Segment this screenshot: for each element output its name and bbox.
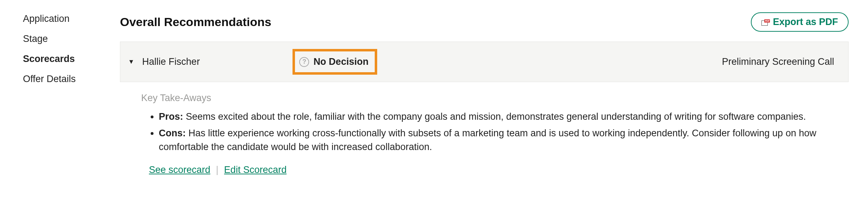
list-item: Pros: Seems excited about the role, fami… [159,110,834,124]
export-pdf-button[interactable]: Export as PDF [751,12,849,32]
pros-label: Pros: [159,111,183,122]
header-row: Overall Recommendations Export as PDF [120,12,849,32]
pros-text: Seems excited about the role, familiar w… [186,111,806,122]
edit-scorecard-link[interactable]: Edit Scorecard [224,164,287,175]
key-takeaways-list: Pros: Seems excited about the role, fami… [141,110,834,154]
sidebar-item-stage[interactable]: Stage [23,29,120,49]
sidebar-item-application[interactable]: Application [23,9,120,29]
scorecard-header: ▼ Hallie Fischer ? No Decision Prelimina… [120,42,849,82]
key-takeaways-label: Key Take-Aways [141,93,834,104]
decision-highlight: ? No Decision [293,49,377,75]
sidebar-item-scorecards[interactable]: Scorecards [23,49,120,69]
interview-stage-name: Preliminary Screening Call [722,56,834,67]
sidebar: Application Stage Scorecards Offer Detai… [0,0,120,224]
see-scorecard-link[interactable]: See scorecard [149,164,210,175]
export-pdf-label: Export as PDF [773,17,838,27]
decision-text: No Decision [313,56,368,67]
list-item: Cons: Has little experience working cros… [159,126,834,154]
main-content: Overall Recommendations Export as PDF ▼ … [120,0,868,224]
separator: | [216,164,218,175]
cons-text: Has little experience working cross-func… [159,128,816,152]
scorecard-body: Key Take-Aways Pros: Seems excited about… [120,82,849,179]
sidebar-item-offer-details[interactable]: Offer Details [23,69,120,89]
cons-label: Cons: [159,128,186,138]
page-title: Overall Recommendations [120,15,271,29]
question-circle-icon: ? [299,57,309,67]
pdf-icon [761,19,769,25]
disclosure-triangle-icon[interactable]: ▼ [128,58,134,66]
candidate-name: Hallie Fischer [142,56,200,67]
scorecard-links: See scorecard | Edit Scorecard [149,164,834,175]
